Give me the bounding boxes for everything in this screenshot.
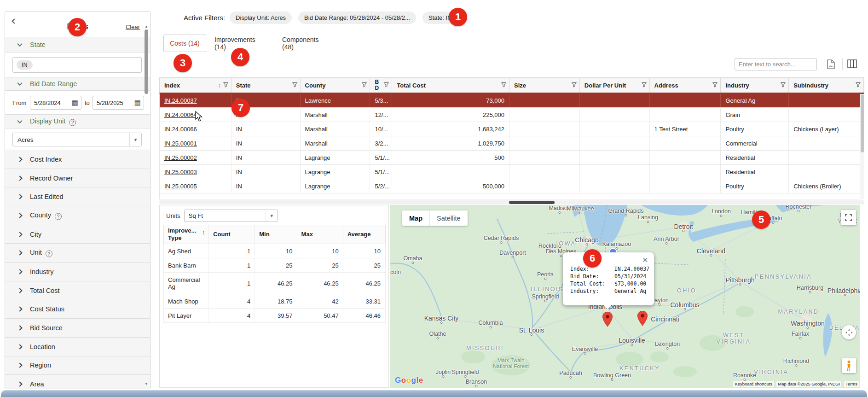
sort-ascending-icon[interactable]: ↑ bbox=[202, 229, 205, 236]
cell-index[interactable]: IN.24.00037 bbox=[160, 93, 231, 107]
sidebar-section-last-edited[interactable]: Last Edited bbox=[5, 187, 150, 206]
map-button[interactable]: Map bbox=[402, 210, 429, 226]
sidebar-section-bid-source[interactable]: Bid Source bbox=[5, 319, 150, 338]
stats-column-max[interactable]: Max bbox=[297, 225, 343, 244]
google-logo[interactable]: Google bbox=[395, 376, 423, 385]
display-unit-select[interactable]: Acres▾ bbox=[12, 133, 142, 146]
state-tag[interactable]: IN bbox=[17, 60, 33, 70]
units-select[interactable]: Sq Ft ▾ bbox=[184, 210, 278, 222]
filter-icon[interactable] bbox=[856, 82, 861, 89]
table-row[interactable]: IN.25.00002INLagrange5/1/...500Residenti… bbox=[159, 151, 864, 165]
column-header-total_cost[interactable]: Total Cost bbox=[392, 78, 509, 93]
help-icon[interactable]: ? bbox=[69, 119, 76, 126]
pan-control-button[interactable] bbox=[842, 325, 856, 339]
column-header-county[interactable]: County bbox=[301, 78, 370, 93]
sidebar-section-cost-index[interactable]: Cost Index bbox=[5, 150, 150, 169]
calendar-icon[interactable]: ▦ bbox=[72, 99, 78, 107]
index-link[interactable]: IN.25.00005 bbox=[164, 183, 197, 190]
sidebar-section-area[interactable]: Area bbox=[5, 375, 150, 389]
filter-icon[interactable] bbox=[362, 82, 367, 89]
stats-column-average[interactable]: Average bbox=[343, 225, 385, 244]
index-link[interactable]: IN.24.00064 bbox=[164, 111, 197, 118]
keyboard-shortcuts-link[interactable]: Keyboard shortcuts bbox=[733, 381, 774, 387]
fullscreen-button[interactable] bbox=[841, 210, 856, 225]
sidebar-section-record-owner[interactable]: Record Owner bbox=[5, 169, 150, 188]
tab-costs[interactable]: Costs (14) bbox=[163, 35, 206, 52]
column-chooser-icon[interactable] bbox=[847, 59, 858, 70]
index-link[interactable]: IN.25.00003 bbox=[164, 169, 197, 175]
sidebar-section-cost-status[interactable]: Cost Status bbox=[5, 300, 150, 319]
sidebar-section-display-unit[interactable]: Display Unit? bbox=[5, 115, 150, 128]
export-xlsx-icon[interactable]: xlsx bbox=[827, 59, 838, 70]
stats-column-min[interactable]: Min bbox=[255, 225, 297, 244]
sidebar-section-industry[interactable]: Industry bbox=[5, 263, 150, 281]
tab-components[interactable]: Components (48) bbox=[282, 35, 330, 52]
sidebar-section-region[interactable]: Region bbox=[5, 356, 150, 375]
index-link[interactable]: IN.24.00037 bbox=[164, 97, 197, 104]
stats-column-count[interactable]: Count bbox=[209, 225, 255, 244]
table-row[interactable]: IN.24.00064INMarshall12/...225,000Grain bbox=[159, 108, 864, 122]
sidebar-scroll-down-icon[interactable]: ▼ bbox=[145, 382, 148, 386]
filter-icon[interactable] bbox=[223, 82, 228, 89]
active-filter-chip[interactable]: Bid Date Range: 05/28/2024 - 05/28/2... bbox=[298, 12, 416, 24]
date-to-input[interactable]: 5/28/2025▦ bbox=[93, 96, 144, 110]
calendar-icon[interactable]: ▦ bbox=[134, 99, 141, 107]
table-vertical-scrollbar-thumb[interactable] bbox=[861, 94, 864, 152]
pegman-button[interactable] bbox=[842, 358, 856, 373]
close-icon[interactable]: × bbox=[642, 255, 648, 264]
index-link[interactable]: IN.25.00001 bbox=[164, 140, 197, 147]
help-icon[interactable]: ? bbox=[55, 213, 62, 220]
table-vertical-scrollbar[interactable] bbox=[860, 94, 864, 199]
column-header-index[interactable]: Index↑ bbox=[160, 78, 231, 93]
filter-icon[interactable] bbox=[642, 82, 647, 89]
sidebar-scrollbar-thumb[interactable] bbox=[145, 29, 148, 94]
table-row[interactable]: IN.24.00066INMarshall10/...1,683,2421 Te… bbox=[159, 122, 864, 136]
search-input[interactable] bbox=[735, 58, 817, 70]
table-row[interactable]: IN.25.00001INMarshall3/2...1,029,750Comm… bbox=[159, 136, 864, 151]
table-row[interactable]: IN.25.00005INLagrange5/2/...500,000Poult… bbox=[159, 179, 864, 193]
map-pin-bloomington[interactable] bbox=[602, 312, 613, 329]
sidebar-section-total-cost[interactable]: Total Cost bbox=[5, 281, 150, 300]
column-header-size[interactable]: Size bbox=[509, 78, 580, 93]
sidebar-section-city[interactable]: City bbox=[5, 225, 150, 244]
column-header-bid_date[interactable]: BD bbox=[370, 78, 392, 93]
column-header-state[interactable]: State bbox=[231, 78, 301, 93]
sidebar-section-unit[interactable]: Unit? bbox=[5, 244, 150, 263]
active-filter-chip[interactable]: Display Unit: Acres bbox=[230, 12, 292, 24]
sidebar-section-bid-date-range[interactable]: Bid Date Range bbox=[5, 77, 150, 91]
cell-index[interactable]: IN.25.00002 bbox=[160, 151, 231, 164]
column-header-subindustry[interactable]: Subindustry bbox=[789, 78, 864, 93]
cell-index[interactable]: IN.24.00064 bbox=[160, 108, 231, 122]
sidebar-section-location[interactable]: Location bbox=[5, 338, 150, 356]
terms-link[interactable]: Terms bbox=[844, 381, 859, 387]
filter-icon[interactable] bbox=[292, 82, 297, 89]
sidebar-scroll-up-icon[interactable]: ▲ bbox=[145, 24, 148, 29]
map-pin-cincinnati-area[interactable] bbox=[637, 311, 648, 328]
stats-column-improve[interactable]: Improve...Type↑ bbox=[164, 225, 209, 244]
sort-ascending-icon[interactable]: ↑ bbox=[218, 82, 221, 89]
filter-icon[interactable] bbox=[781, 82, 786, 89]
filter-icon[interactable] bbox=[712, 82, 718, 89]
index-link[interactable]: IN.24.00066 bbox=[164, 126, 197, 133]
column-header-address[interactable]: Address bbox=[650, 78, 721, 93]
state-filter-input[interactable]: IN bbox=[12, 57, 142, 73]
column-header-industry[interactable]: Industry bbox=[721, 78, 789, 93]
sidebar-scrollbar[interactable] bbox=[145, 29, 149, 387]
filter-icon[interactable] bbox=[501, 82, 506, 89]
cell-index[interactable]: IN.24.00066 bbox=[160, 122, 231, 136]
sidebar-section-state[interactable]: State bbox=[5, 37, 150, 53]
filter-icon[interactable] bbox=[572, 82, 577, 89]
sidebar-section-county[interactable]: County? bbox=[5, 206, 150, 225]
map-panel[interactable]: MadisonMilwaukeeGrand RapidsLansingDetro… bbox=[390, 205, 860, 388]
date-from-input[interactable]: 5/28/2024▦ bbox=[30, 96, 81, 110]
table-row[interactable]: IN.25.00003INLagrange5/1/...Residential bbox=[159, 165, 864, 179]
cell-index[interactable]: IN.25.00003 bbox=[160, 165, 231, 179]
help-icon[interactable]: ? bbox=[46, 251, 52, 257]
cell-index[interactable]: IN.25.00001 bbox=[160, 136, 231, 150]
clear-filters-link[interactable]: Clear bbox=[126, 23, 140, 30]
table-row[interactable]: IN.24.00037INLawrence5/3...73,000General… bbox=[159, 93, 864, 108]
cell-index[interactable]: IN.25.00005 bbox=[160, 179, 231, 193]
index-link[interactable]: IN.25.00002 bbox=[164, 154, 197, 161]
table-horizontal-scrollbar[interactable] bbox=[159, 200, 864, 204]
filter-icon[interactable] bbox=[384, 82, 389, 89]
